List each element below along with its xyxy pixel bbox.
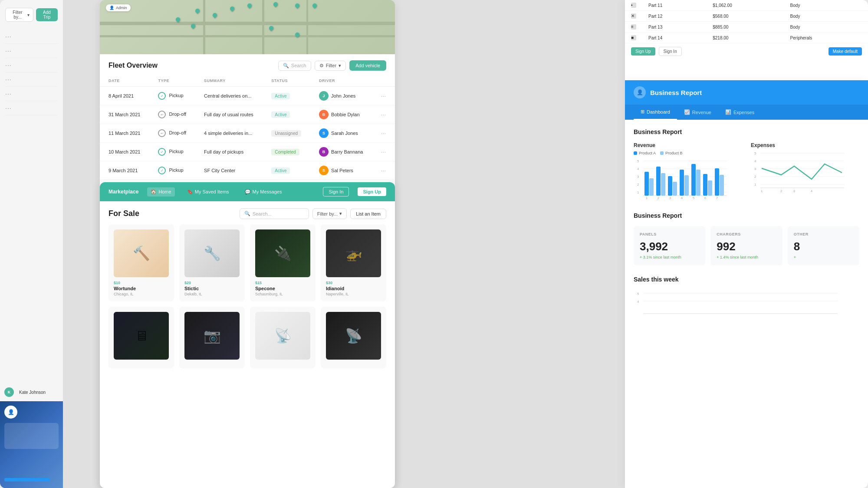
nav-saved-items[interactable]: 🔖 My Saved Items (184, 187, 233, 197)
list-item[interactable]: ··· (5, 44, 58, 58)
product-card[interactable]: 🚁 $30 Idianoid Naperville, IL (321, 224, 386, 301)
more-icon: ··· (5, 105, 12, 111)
cell-price: $885.00 (707, 22, 784, 33)
more-options-icon[interactable]: ··· (381, 111, 386, 118)
business-report-panel: 👤 Business Report ⊞ Dashboard 📈 Revenue … (625, 80, 868, 488)
br-content: Business Report Revenue Product A Produc… (625, 120, 868, 488)
svg-rect-17 (680, 170, 684, 196)
map-background: 👤 Admin (100, 0, 395, 54)
table-row[interactable]: ✕ Part 12 $568.00 Body (625, 11, 868, 22)
other-change: + (794, 255, 853, 259)
make-default-button[interactable]: Make default (829, 47, 862, 56)
product-card[interactable]: 📷 (179, 307, 245, 368)
cell-icon: ■ (625, 33, 642, 43)
table-row[interactable]: 10 March 2021 ✓ Pickup Full day of picku… (100, 143, 395, 161)
svg-rect-15 (668, 176, 672, 196)
product-emoji: 🖥 (135, 328, 148, 344)
cell-price: $218.00 (707, 33, 784, 43)
product-card[interactable]: 🔨 $10 Wortunde Chicago, IL (108, 224, 174, 301)
stat-card-chargers: CHARGERS 992 + 1.4% since last month (710, 226, 782, 265)
avatar: K (4, 387, 14, 397)
more-options-icon[interactable]: ··· (381, 92, 386, 99)
br-nav-revenue[interactable]: 📈 Revenue (677, 105, 718, 120)
signin-button[interactable]: Sign In (659, 47, 682, 56)
nav-messages[interactable]: 💬 My Messages (241, 187, 286, 197)
svg-rect-22 (708, 180, 712, 196)
product-card[interactable]: 📡 (250, 307, 316, 368)
cell-type: ✓ Pickup (149, 161, 195, 180)
pickup-icon: ✓ (158, 148, 166, 156)
more-options-icon[interactable]: ··· (381, 148, 386, 155)
sign-in-button[interactable]: Sign In (323, 187, 349, 197)
add-vehicle-button[interactable]: Add vehicle (349, 60, 386, 71)
add-trip-button[interactable]: Add Trip (36, 8, 58, 21)
list-item-button[interactable]: List an Item (350, 209, 386, 219)
filter-box[interactable]: ⚙ Filter ▾ (315, 61, 346, 71)
svg-text:4: 4 (637, 300, 639, 304)
signup-button[interactable]: Sign Up (631, 47, 655, 56)
admin-badge: 👤 Admin (106, 4, 131, 11)
search-placeholder: Search... (253, 211, 272, 216)
cell-date: 31 March 2021 (100, 105, 149, 124)
cell-type: ↩ Drop-off (149, 124, 195, 143)
svg-text:2: 2 (780, 189, 783, 193)
legend-dot-a (634, 151, 637, 155)
table-row[interactable]: 9 March 2021 ✓ Pickup SF City Center Act… (100, 161, 395, 180)
fleet-search-box[interactable]: 🔍 Search (278, 61, 311, 71)
svg-rect-11 (644, 172, 649, 196)
table-row[interactable]: 11 March 2021 ↩ Drop-off 4 simple delive… (100, 124, 395, 143)
table-row[interactable]: ▪ Part 11 $1,062.00 Body (625, 0, 868, 11)
table-row[interactable]: 8 April 2021 ✓ Pickup Central deliveries… (100, 87, 395, 105)
card-content-area (4, 423, 59, 449)
cell-price: $1,062.00 (707, 0, 784, 11)
other-label: OTHER (794, 232, 853, 236)
cell-type: ✓ Pickup (149, 87, 195, 105)
cell-type: ✓ Pickup (149, 143, 195, 161)
product-emoji: 🚁 (345, 245, 362, 262)
svg-rect-19 (691, 164, 696, 196)
filter-icon: ⚙ (319, 63, 324, 69)
driver-name: John Jones (331, 93, 355, 98)
cell-category: Body (784, 22, 868, 33)
table-row[interactable]: ■ Part 14 $218.00 Peripherals (625, 33, 868, 43)
svg-text:2: 2 (754, 175, 756, 179)
list-item[interactable]: ··· (5, 29, 58, 44)
list-item[interactable]: ··· (5, 87, 58, 101)
product-name: Wortunde (114, 286, 169, 291)
home-label: Home (158, 189, 171, 194)
product-image: 📷 (184, 312, 240, 360)
panels-change: + 3.1% since last month (640, 255, 699, 259)
map-road (100, 22, 395, 25)
product-card[interactable]: 🖥 (108, 307, 174, 368)
br-nav-dashboard[interactable]: ⊞ Dashboard (634, 105, 677, 120)
list-item[interactable]: ··· (5, 72, 58, 87)
driver-cell: B Bobbie Dylan (319, 110, 364, 119)
product-card[interactable]: 🔧 $20 Stictic Dekalb, IL (179, 224, 245, 301)
card-image: 👤 (0, 401, 63, 488)
part-icon: ■ (631, 35, 636, 40)
chevron-down-icon: ▾ (27, 13, 30, 17)
stat-card-other: OTHER 8 + (788, 226, 859, 265)
driver-avatar: B (319, 110, 329, 119)
br-nav-expenses[interactable]: 📊 Expenses (718, 105, 761, 120)
svg-rect-13 (656, 167, 661, 196)
table-row[interactable]: 31 March 2021 ↩ Drop-off Full day of usu… (100, 105, 395, 124)
svg-rect-21 (703, 174, 707, 196)
filter-by-select[interactable]: Filter by... ▾ (312, 208, 347, 219)
panels-value: 3,992 (640, 240, 699, 253)
filter-button[interactable]: Filter by... ▾ (5, 8, 33, 22)
chargers-label: CHARGERS (717, 232, 776, 236)
table-row[interactable]: ≡ Part 13 $885.00 Body (625, 22, 868, 33)
product-card[interactable]: 📡 (321, 307, 386, 368)
more-options-icon[interactable]: ··· (381, 167, 386, 174)
sign-up-button[interactable]: Sign Up (358, 187, 386, 196)
more-options-icon[interactable]: ··· (381, 130, 386, 137)
fleet-header: Fleet Overview 🔍 Search ⚙ Filter ▾ Add v… (100, 54, 395, 75)
nav-home[interactable]: 🏠 Home (147, 187, 174, 197)
marketplace-search[interactable]: 🔍 Search... (240, 208, 309, 219)
list-item[interactable]: ··· (5, 101, 58, 115)
map-area: 👤 Admin (100, 0, 395, 54)
list-item[interactable]: ··· (5, 58, 58, 72)
product-card[interactable]: 🔌 $15 Specone Schaumburg, IL (250, 224, 316, 301)
more-icon: ··· (5, 62, 12, 69)
